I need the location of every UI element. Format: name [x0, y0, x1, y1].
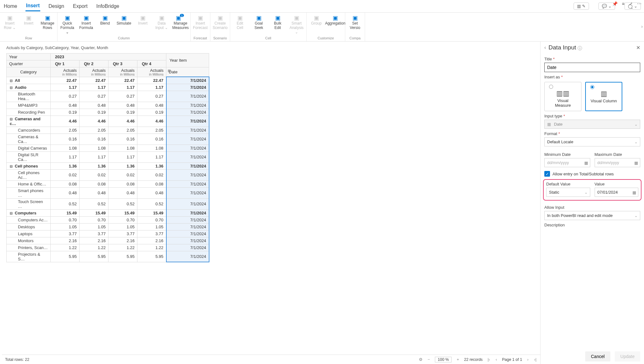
aggregation[interactable]: ▣Aggregation — [327, 14, 343, 26]
calendar-icon: ▦ — [584, 161, 588, 165]
default-value-label: Default Value — [546, 182, 590, 186]
info-icon[interactable]: i — [578, 46, 582, 50]
column-icon: ▥ — [601, 90, 607, 98]
simulate[interactable]: ▣Simulate — [116, 14, 132, 26]
group-icon: ▣ — [314, 14, 319, 21]
value-label: Value — [595, 182, 639, 186]
status-bar: Total rows: 22 ⚙ − 100 % + 22 records |‹… — [2, 355, 540, 364]
pin-icon[interactable]: 📌 — [612, 1, 618, 6]
calendar-icon: ▦ — [634, 161, 638, 165]
ribbon: ▣InsertRow ⌄▣Invert▣ManageRowsRow▣QuickF… — [0, 13, 644, 42]
insert-as-column[interactable]: ▥ Visual Column — [585, 82, 622, 111]
aggregation-icon: ▣ — [333, 14, 338, 21]
page-first[interactable]: |‹ — [487, 357, 491, 362]
tab-home[interactable]: Home — [3, 2, 18, 11]
calendar-icon: ▦ — [547, 122, 551, 127]
visual-options-button[interactable]: ▥✎ — [574, 3, 589, 10]
calendar-icon: ▦ — [632, 190, 636, 195]
zoom-value[interactable]: 100 % — [435, 357, 452, 362]
insert-formula-icon: ▣ — [84, 14, 89, 21]
insert-row: ▣InsertRow ⌄ — [2, 14, 18, 30]
data-input-panel: ‹ Data Input i ✕ Title Insert as ▥▥ Visu… — [540, 42, 644, 364]
bulk-edit[interactable]: ▣BulkEdit — [270, 14, 286, 30]
radio-selected-icon — [590, 85, 594, 89]
back-icon[interactable]: ‹ — [544, 45, 546, 50]
min-date-input[interactable]: dd/mm/yyyy▦ — [544, 158, 590, 167]
close-icon[interactable]: ✕ — [636, 45, 640, 51]
insert-as-label: Insert as — [544, 75, 640, 79]
filter-icon[interactable]: ≡ — [622, 1, 625, 6]
data-input: ▣DataInput ⌄ — [154, 14, 169, 30]
insert-as-measure[interactable]: ▥▥ Visual Measure — [544, 82, 581, 111]
zoom-out[interactable]: − — [427, 357, 430, 362]
format-select[interactable]: Default Locale ⌄ — [544, 137, 640, 146]
value-input[interactable]: 07/01/2024▦ — [595, 188, 639, 197]
max-date-input[interactable]: dd/mm/yyyy▦ — [595, 158, 641, 167]
quick-formula-icon: ▣ — [65, 14, 70, 21]
goal-seek[interactable]: ▣GoalSeek — [251, 14, 267, 30]
input-type-select[interactable]: ▦ Date ⌄ — [544, 120, 640, 129]
radio-unselected-icon — [549, 85, 553, 89]
tab-infobridge[interactable]: InfoBridge — [96, 2, 120, 11]
min-date-label: Minimum Date — [544, 152, 590, 157]
panel-title: Data Input i — [548, 44, 634, 51]
more-icon[interactable]: ⋯ — [637, 1, 641, 6]
manage-rows[interactable]: ▣ManageRows — [40, 14, 55, 30]
input-type-label: Input type — [544, 114, 640, 118]
simulate-icon: ▣ — [121, 14, 127, 21]
matrix-table[interactable]: Year2023Year ItemQuarterQtr 1Qtr 2Qtr 3Q… — [6, 53, 209, 262]
page-prev[interactable]: ‹ — [495, 357, 497, 362]
tab-insert[interactable]: Insert — [25, 1, 41, 11]
create-scenario: ▣CreateScenario — [212, 14, 228, 30]
page-icon: ▥ — [577, 4, 581, 9]
insert-formula[interactable]: ▣InsertFormula — [78, 14, 94, 30]
comment-icon: 💬 — [602, 4, 607, 9]
invert-icon: ▣ — [26, 14, 31, 21]
blend-icon: ▣ — [103, 14, 108, 21]
chevron-down-icon: ⌄ — [585, 191, 587, 195]
quick-formula[interactable]: ▣QuickFormula ⌄ — [59, 14, 75, 34]
page-label: Page 1 of 1 — [502, 357, 522, 362]
manage-rows-icon: ▣ — [45, 14, 50, 21]
ribbon-scroll-right[interactable]: › — [640, 24, 644, 29]
edit-cell-icon: ▣ — [237, 14, 243, 21]
chevron-down-icon: ⌄ — [608, 4, 612, 9]
pencil-icon: ✎ — [582, 4, 586, 9]
goal-seek-icon: ▣ — [256, 14, 262, 21]
breadcrumb: Actuals by Category, SubCategory, Year, … — [2, 43, 540, 53]
format-label: Format — [544, 131, 640, 136]
cancel-button[interactable]: Cancel — [585, 351, 610, 361]
allow-input-select[interactable]: In both PowerBI read and edit mode ⌄ — [544, 211, 640, 220]
tab-export[interactable]: Export — [72, 2, 88, 11]
invert-col-icon: ▣ — [140, 14, 146, 21]
page-next[interactable]: › — [526, 357, 529, 362]
create-scenario-icon: ▣ — [218, 14, 223, 21]
allow-entry-checkbox[interactable]: ✓ — [544, 171, 550, 177]
update-button[interactable]: Update — [615, 351, 640, 361]
blend[interactable]: ▣Blend — [97, 14, 113, 26]
tab-design[interactable]: Design — [48, 2, 65, 11]
page-last[interactable]: ›| — [534, 357, 537, 362]
bulk-edit-icon: ▣ — [275, 14, 280, 21]
chevron-down-icon: ⌄ — [635, 122, 637, 127]
top-tabbar: HomeInsertDesignExportInfoBridge ▥✎ 💬 ⌄ … — [0, 0, 644, 13]
set-version[interactable]: ▣SetVersio — [347, 14, 363, 30]
invert: ▣Invert — [21, 14, 36, 26]
title-input[interactable] — [544, 63, 640, 72]
gear-icon[interactable]: ⚙ — [419, 357, 423, 362]
max-date-label: Maximum Date — [595, 152, 641, 157]
zoom-in[interactable]: + — [456, 357, 459, 362]
total-rows-label: Total rows: 22 — [5, 357, 29, 362]
default-value-highlight: Default Value Static ⌄ Value 07/01/2024▦ — [543, 179, 641, 201]
focus-icon[interactable]: ⤢ — [629, 1, 633, 6]
allow-input-label: Allow Input — [544, 205, 640, 210]
default-value-select[interactable]: Static ⌄ — [546, 188, 590, 197]
data-input-icon: ▣ — [159, 14, 164, 21]
group: ▣Group — [308, 14, 324, 26]
insert-forecast: ▣InsertForecast — [192, 14, 208, 30]
insert-row-icon: ▣ — [7, 14, 13, 21]
set-version-icon: ▣ — [353, 14, 358, 21]
allow-entry-label: Allow entry on Total/Subtotal rows — [552, 172, 614, 176]
manage-measures[interactable]: ▣1ManageMeasures — [173, 14, 188, 30]
chevron-down-icon: ⌄ — [635, 214, 637, 218]
